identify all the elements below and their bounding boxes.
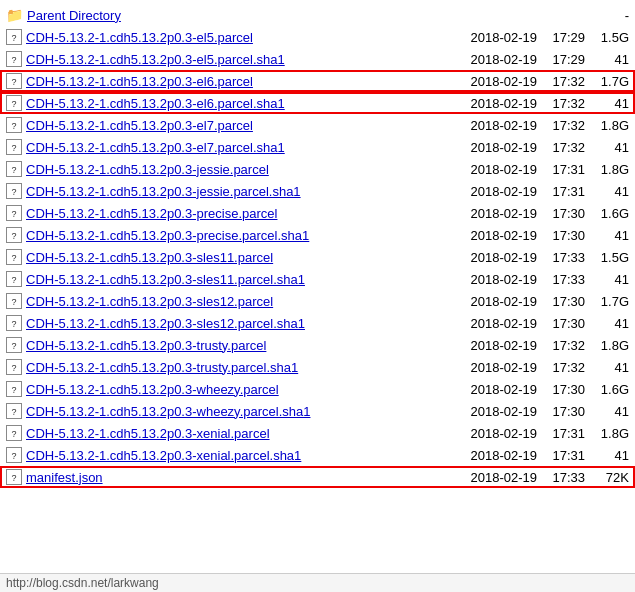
file-link[interactable]: CDH-5.13.2-1.cdh5.13.2p0.3-sles11.parcel bbox=[26, 250, 273, 265]
file-size: 1.5G bbox=[593, 250, 629, 265]
file-meta: 2018-02-1917:301.7G bbox=[447, 294, 629, 309]
file-time: 17:32 bbox=[545, 74, 585, 89]
file-row: ?CDH-5.13.2-1.cdh5.13.2p0.3-precise.parc… bbox=[0, 224, 635, 246]
file-meta: 2018-02-1917:3241 bbox=[447, 360, 629, 375]
file-size: 1.7G bbox=[593, 294, 629, 309]
file-meta: 2018-02-1917:301.6G bbox=[447, 382, 629, 397]
file-link[interactable]: manifest.json bbox=[26, 470, 103, 485]
file-link[interactable]: CDH-5.13.2-1.cdh5.13.2p0.3-el7.parcel bbox=[26, 118, 253, 133]
file-meta: 2018-02-1917:321.8G bbox=[447, 118, 629, 133]
file-time: 17:32 bbox=[545, 96, 585, 111]
doc-icon: ? bbox=[6, 51, 22, 67]
file-meta: 2018-02-1917:3141 bbox=[447, 448, 629, 463]
file-size: 41 bbox=[593, 404, 629, 419]
file-link[interactable]: CDH-5.13.2-1.cdh5.13.2p0.3-jessie.parcel… bbox=[26, 184, 301, 199]
file-link[interactable]: CDH-5.13.2-1.cdh5.13.2p0.3-el5.parcel bbox=[26, 30, 253, 45]
doc-icon: ? bbox=[6, 425, 22, 441]
doc-icon: ? bbox=[6, 205, 22, 221]
file-name-cell: CDH-5.13.2-1.cdh5.13.2p0.3-el5.parcel bbox=[26, 30, 396, 45]
file-row: ?CDH-5.13.2-1.cdh5.13.2p0.3-sles12.parce… bbox=[0, 290, 635, 312]
status-bar: http://blog.csdn.net/larkwang bbox=[0, 573, 635, 592]
file-time: 17:31 bbox=[545, 162, 585, 177]
doc-icon: ? bbox=[6, 183, 22, 199]
file-date: 2018-02-19 bbox=[447, 404, 537, 419]
file-time: 17:30 bbox=[545, 228, 585, 243]
file-meta: 2018-02-1917:321.8G bbox=[447, 338, 629, 353]
file-date: 2018-02-19 bbox=[447, 338, 537, 353]
doc-icon: ? bbox=[6, 249, 22, 265]
file-date: 2018-02-19 bbox=[447, 162, 537, 177]
file-size: 41 bbox=[593, 272, 629, 287]
folder-icon: 📁 bbox=[6, 7, 23, 23]
file-row: ?CDH-5.13.2-1.cdh5.13.2p0.3-sles11.parce… bbox=[0, 246, 635, 268]
file-size: 41 bbox=[593, 140, 629, 155]
file-link[interactable]: CDH-5.13.2-1.cdh5.13.2p0.3-el6.parcel bbox=[26, 74, 253, 89]
file-row: ?CDH-5.13.2-1.cdh5.13.2p0.3-trusty.parce… bbox=[0, 334, 635, 356]
file-link[interactable]: CDH-5.13.2-1.cdh5.13.2p0.3-jessie.parcel bbox=[26, 162, 269, 177]
file-name-cell: CDH-5.13.2-1.cdh5.13.2p0.3-trusty.parcel bbox=[26, 338, 396, 353]
file-date: 2018-02-19 bbox=[447, 96, 537, 111]
doc-icon: ? bbox=[6, 73, 22, 89]
file-date: 2018-02-19 bbox=[447, 74, 537, 89]
file-link[interactable]: CDH-5.13.2-1.cdh5.13.2p0.3-el7.parcel.sh… bbox=[26, 140, 285, 155]
file-name-cell: CDH-5.13.2-1.cdh5.13.2p0.3-sles12.parcel… bbox=[26, 316, 396, 331]
file-date: 2018-02-19 bbox=[447, 206, 537, 221]
file-time: 17:30 bbox=[545, 316, 585, 331]
file-size: 72K bbox=[593, 470, 629, 485]
file-row: ?CDH-5.13.2-1.cdh5.13.2p0.3-xenial.parce… bbox=[0, 444, 635, 466]
file-date: 2018-02-19 bbox=[447, 316, 537, 331]
doc-icon: ? bbox=[6, 447, 22, 463]
doc-icon: ? bbox=[6, 293, 22, 309]
file-link[interactable]: CDH-5.13.2-1.cdh5.13.2p0.3-wheezy.parcel… bbox=[26, 404, 310, 419]
file-date: 2018-02-19 bbox=[447, 30, 537, 45]
file-link[interactable]: CDH-5.13.2-1.cdh5.13.2p0.3-sles11.parcel… bbox=[26, 272, 305, 287]
file-time: 17:30 bbox=[545, 404, 585, 419]
file-time: 17:30 bbox=[545, 206, 585, 221]
file-date: 2018-02-19 bbox=[447, 426, 537, 441]
file-link[interactable]: CDH-5.13.2-1.cdh5.13.2p0.3-sles12.parcel… bbox=[26, 316, 305, 331]
file-link[interactable]: CDH-5.13.2-1.cdh5.13.2p0.3-xenial.parcel… bbox=[26, 448, 301, 463]
file-size: 41 bbox=[593, 96, 629, 111]
file-size: 1.8G bbox=[593, 426, 629, 441]
file-row: ?CDH-5.13.2-1.cdh5.13.2p0.3-el7.parcel.s… bbox=[0, 136, 635, 158]
file-row: ?CDH-5.13.2-1.cdh5.13.2p0.3-precise.parc… bbox=[0, 202, 635, 224]
file-time: 17:32 bbox=[545, 360, 585, 375]
file-link[interactable]: CDH-5.13.2-1.cdh5.13.2p0.3-el5.parcel.sh… bbox=[26, 52, 285, 67]
file-row: ?CDH-5.13.2-1.cdh5.13.2p0.3-sles12.parce… bbox=[0, 312, 635, 334]
doc-icon: ? bbox=[6, 227, 22, 243]
file-time: 17:31 bbox=[545, 448, 585, 463]
file-list: 📁 Parent Directory - ?CDH-5.13.2-1.cdh5.… bbox=[0, 4, 635, 488]
file-meta: 2018-02-1917:301.6G bbox=[447, 206, 629, 221]
parent-directory-row: 📁 Parent Directory - bbox=[0, 4, 635, 26]
file-time: 17:32 bbox=[545, 338, 585, 353]
file-row: ?CDH-5.13.2-1.cdh5.13.2p0.3-el6.parcel.s… bbox=[0, 92, 635, 114]
file-date: 2018-02-19 bbox=[447, 448, 537, 463]
file-size: 1.8G bbox=[593, 162, 629, 177]
file-name-cell: manifest.json bbox=[26, 470, 396, 485]
file-link[interactable]: CDH-5.13.2-1.cdh5.13.2p0.3-precise.parce… bbox=[26, 228, 309, 243]
file-link[interactable]: CDH-5.13.2-1.cdh5.13.2p0.3-wheezy.parcel bbox=[26, 382, 279, 397]
file-meta: 2018-02-1917:311.8G bbox=[447, 162, 629, 177]
file-name-cell: CDH-5.13.2-1.cdh5.13.2p0.3-sles12.parcel bbox=[26, 294, 396, 309]
file-row: ?manifest.json2018-02-1917:3372K bbox=[0, 466, 635, 488]
file-name-cell: CDH-5.13.2-1.cdh5.13.2p0.3-sles11.parcel bbox=[26, 250, 396, 265]
parent-directory-link[interactable]: Parent Directory bbox=[27, 8, 121, 23]
file-link[interactable]: CDH-5.13.2-1.cdh5.13.2p0.3-precise.parce… bbox=[26, 206, 277, 221]
file-link[interactable]: CDH-5.13.2-1.cdh5.13.2p0.3-trusty.parcel bbox=[26, 338, 266, 353]
file-size: 1.6G bbox=[593, 206, 629, 221]
file-link[interactable]: CDH-5.13.2-1.cdh5.13.2p0.3-trusty.parcel… bbox=[26, 360, 298, 375]
file-meta: 2018-02-1917:2941 bbox=[447, 52, 629, 67]
file-link[interactable]: CDH-5.13.2-1.cdh5.13.2p0.3-xenial.parcel bbox=[26, 426, 270, 441]
file-date: 2018-02-19 bbox=[447, 250, 537, 265]
file-time: 17:32 bbox=[545, 140, 585, 155]
file-rows-container: ?CDH-5.13.2-1.cdh5.13.2p0.3-el5.parcel20… bbox=[0, 26, 635, 488]
file-link[interactable]: CDH-5.13.2-1.cdh5.13.2p0.3-el6.parcel.sh… bbox=[26, 96, 285, 111]
file-size: 41 bbox=[593, 52, 629, 67]
file-link[interactable]: CDH-5.13.2-1.cdh5.13.2p0.3-sles12.parcel bbox=[26, 294, 273, 309]
file-size: 41 bbox=[593, 228, 629, 243]
file-time: 17:30 bbox=[545, 294, 585, 309]
file-meta: 2018-02-1917:291.5G bbox=[447, 30, 629, 45]
doc-icon: ? bbox=[6, 337, 22, 353]
doc-icon: ? bbox=[6, 271, 22, 287]
file-time: 17:31 bbox=[545, 184, 585, 199]
